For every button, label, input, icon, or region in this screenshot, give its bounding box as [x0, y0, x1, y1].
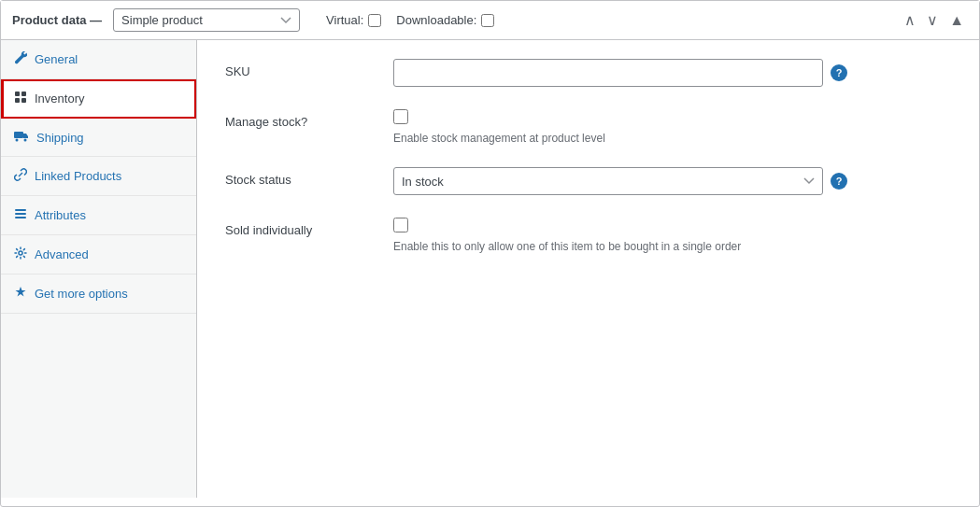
stock-status-label: Stock status [225, 167, 375, 187]
stock-status-select[interactable]: In stock Out of stock On backorder [393, 167, 823, 195]
virtual-label: Virtual: [326, 13, 363, 27]
sold-individually-description: Enable this to only allow one of this it… [393, 240, 741, 253]
svg-rect-8 [15, 213, 26, 215]
link-icon [14, 168, 27, 184]
sidebar-item-advanced-label: Advanced [35, 247, 89, 261]
svg-point-10 [19, 251, 22, 255]
sidebar-item-advanced[interactable]: Advanced [1, 235, 196, 275]
manage-stock-control: Enable stock management at product level [393, 109, 951, 145]
sidebar: General Inventory [1, 40, 197, 498]
truck-icon [14, 130, 29, 145]
stock-status-field-row: Stock status In stock Out of stock On ba… [225, 167, 951, 195]
manage-stock-checkbox-group: Enable stock management at product level [393, 109, 605, 145]
svg-rect-4 [14, 132, 23, 138]
manage-stock-label: Manage stock? [225, 109, 375, 129]
inventory-icon [14, 91, 27, 106]
sidebar-item-inventory[interactable]: Inventory [1, 79, 196, 119]
product-type-select[interactable]: Simple product Grouped product External/… [113, 8, 300, 32]
product-data-label: Product data — [12, 13, 102, 27]
sidebar-item-attributes-label: Attributes [35, 208, 86, 222]
wrench-icon [14, 51, 27, 67]
attributes-icon [14, 207, 27, 223]
header-checks: Virtual: Downloadable: [326, 13, 494, 27]
sold-individually-control: Enable this to only allow one of this it… [393, 218, 951, 253]
svg-rect-1 [21, 92, 26, 96]
downloadable-label: Downloadable: [396, 13, 476, 27]
sold-individually-field-row: Sold individually Enable this to only al… [225, 218, 951, 253]
star-icon [14, 286, 27, 302]
sidebar-item-shipping[interactable]: Shipping [1, 119, 196, 157]
manage-stock-field-row: Manage stock? Enable stock management at… [225, 109, 951, 145]
sidebar-item-general-label: General [35, 52, 78, 66]
sku-control: ? [393, 59, 951, 87]
sold-individually-checkbox-group: Enable this to only allow one of this it… [393, 218, 741, 253]
sold-individually-checkbox[interactable] [393, 218, 408, 232]
virtual-checkbox[interactable] [368, 14, 381, 27]
sidebar-item-get-more-options[interactable]: Get more options [1, 275, 196, 314]
sku-label: SKU [225, 59, 375, 78]
collapse-up-button[interactable]: ∧ [901, 11, 919, 30]
sidebar-item-get-more-options-label: Get more options [35, 287, 128, 301]
product-data-header: Product data — Simple product Grouped pr… [1, 1, 979, 40]
downloadable-check-group: Downloadable: [396, 13, 494, 27]
collapse-button[interactable]: ▲ [945, 11, 968, 30]
manage-stock-checkbox-row [393, 109, 605, 124]
product-data-panel: Product data — Simple product Grouped pr… [0, 0, 980, 507]
svg-point-5 [16, 139, 19, 142]
main-panel: SKU ? Manage stock? Enable stock managem… [197, 40, 979, 498]
svg-rect-9 [15, 217, 26, 218]
svg-rect-7 [15, 209, 26, 211]
manage-stock-checkbox[interactable] [393, 109, 408, 124]
svg-point-6 [24, 139, 27, 142]
sold-individually-label: Sold individually [225, 218, 375, 237]
stock-status-control: In stock Out of stock On backorder ? [393, 167, 951, 195]
sku-help-icon[interactable]: ? [831, 64, 847, 81]
sku-field-row: SKU ? [225, 59, 951, 87]
sidebar-item-general[interactable]: General [1, 40, 196, 79]
svg-rect-2 [15, 98, 20, 103]
sidebar-item-linked-products-label: Linked Products [35, 169, 121, 183]
svg-rect-3 [21, 98, 26, 103]
collapse-down-button[interactable]: ∨ [923, 11, 942, 30]
sidebar-item-attributes[interactable]: Attributes [1, 196, 196, 235]
sku-input[interactable] [393, 59, 823, 87]
sidebar-item-inventory-label: Inventory [35, 92, 84, 106]
header-arrows: ∧ ∨ ▲ [901, 11, 968, 30]
product-data-body: General Inventory [1, 40, 979, 498]
downloadable-checkbox[interactable] [481, 14, 494, 27]
manage-stock-description: Enable stock management at product level [393, 132, 605, 145]
svg-rect-0 [15, 92, 20, 96]
gear-icon [14, 246, 27, 262]
sidebar-item-shipping-label: Shipping [36, 131, 84, 145]
virtual-check-group: Virtual: [326, 13, 381, 27]
sold-individually-checkbox-row [393, 218, 741, 232]
stock-status-help-icon[interactable]: ? [831, 173, 847, 190]
sidebar-item-linked-products[interactable]: Linked Products [1, 157, 196, 196]
